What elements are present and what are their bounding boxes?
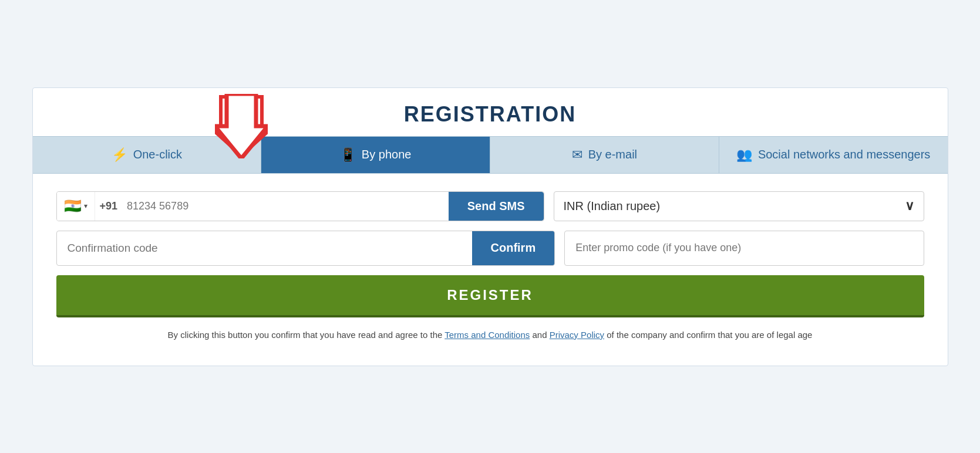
country-selector[interactable]: 🇮🇳 ▾: [57, 192, 95, 221]
currency-chevron-icon: ∨: [905, 198, 914, 214]
tab-bar: ⚡ One-click 📱 By phone ✉ By e-mail 👥 Soc…: [33, 136, 948, 174]
arrow-indicator: [215, 94, 268, 161]
header-area: REGISTRATION: [33, 88, 948, 136]
email-icon: ✉: [572, 147, 582, 163]
tab-by-phone-label: By phone: [362, 148, 412, 161]
flag-india: 🇮🇳: [64, 198, 82, 214]
lightning-icon: ⚡: [112, 147, 127, 163]
social-icon: 👥: [736, 147, 752, 163]
confirm-button[interactable]: Confirm: [472, 231, 555, 265]
phone-input[interactable]: [122, 192, 449, 221]
disclaimer-mid: and: [532, 330, 549, 340]
privacy-link[interactable]: Privacy Policy: [550, 330, 604, 340]
page-title: REGISTRATION: [33, 102, 948, 127]
send-sms-button[interactable]: Send SMS: [449, 192, 544, 221]
currency-selector[interactable]: INR (Indian rupee) ∨: [554, 191, 924, 221]
currency-value: INR (Indian rupee): [564, 200, 661, 213]
confirmation-code-input[interactable]: [57, 232, 472, 264]
register-button[interactable]: REGISTER: [56, 275, 924, 317]
promo-code-input[interactable]: [565, 231, 923, 265]
terms-link[interactable]: Terms and Conditions: [444, 330, 530, 340]
tab-by-phone[interactable]: 📱 By phone: [261, 137, 490, 173]
chevron-down-icon: ▾: [84, 202, 87, 210]
tab-social-label: Social networks and messengers: [758, 148, 930, 161]
tab-by-email-label: By e-mail: [588, 148, 637, 161]
tab-by-email[interactable]: ✉ By e-mail: [490, 137, 719, 173]
form-area: 🇮🇳 ▾ +91 Send SMS INR (Indian rupee) ∨ C…: [33, 174, 948, 348]
disclaimer-text: By clicking this button you confirm that…: [56, 328, 924, 342]
confirmation-code-group: Confirm: [56, 231, 555, 266]
phone-icon: 📱: [340, 147, 356, 163]
promo-code-group: [564, 231, 924, 266]
phone-prefix: +91: [95, 192, 123, 221]
phone-input-group: 🇮🇳 ▾ +91 Send SMS: [56, 191, 544, 221]
disclaimer-end: of the company and confirm that you are …: [607, 330, 812, 340]
tab-social[interactable]: 👥 Social networks and messengers: [719, 137, 948, 173]
tab-one-click-label: One-click: [133, 148, 182, 161]
confirmation-row: Confirm: [56, 231, 924, 266]
registration-container: REGISTRATION ⚡ One-click 📱 By phone ✉ By…: [32, 87, 948, 366]
phone-row: 🇮🇳 ▾ +91 Send SMS INR (Indian rupee) ∨: [56, 191, 924, 221]
